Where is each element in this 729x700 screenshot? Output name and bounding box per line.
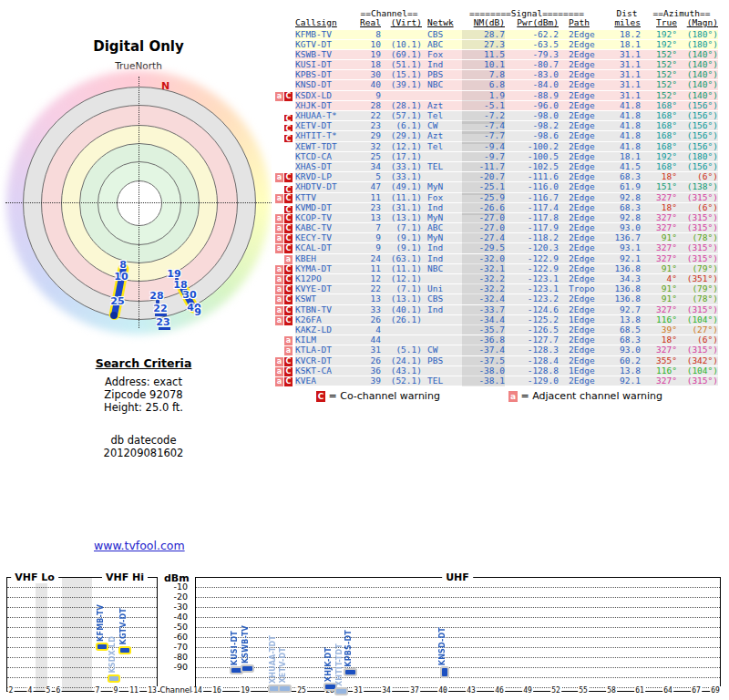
warning-badges: aC — [272, 243, 295, 253]
section-vhf-hi: VHF Hi — [102, 571, 148, 583]
co-channel-warning-badge: C — [284, 244, 293, 253]
cell-netwk: Fox — [422, 193, 462, 203]
cell-pwr: -116.7 — [505, 193, 559, 203]
cell-real: 18 — [357, 60, 381, 69]
cell-pwr: -88.9 — [505, 91, 559, 101]
co-channel-warning-badge: C — [284, 357, 293, 366]
cell-path: 2Edge — [559, 152, 595, 161]
y-tick: -80 — [160, 652, 188, 662]
x-tick: 46 — [494, 686, 505, 695]
cell-true: 168° — [641, 142, 677, 151]
x-tick: 16 — [211, 686, 222, 695]
col-nm: NM(dB) — [462, 18, 505, 27]
cell-nm: -37.5 — [462, 356, 505, 366]
y-tick: -20 — [160, 592, 188, 602]
cell-miles: 41.8 — [595, 101, 641, 110]
cell-magn: (315°) — [677, 376, 718, 386]
cell-callsign: KVCR-DT — [295, 356, 357, 366]
table-row: aKTLA-DT31(5.1)CW-37.4-128.32Edge93.0327… — [272, 345, 718, 355]
warning-badges: aC — [272, 305, 295, 315]
co-channel-warning-badge: C — [284, 92, 293, 101]
cell-path: 2Edge — [559, 142, 595, 151]
cell-real: 13 — [357, 294, 381, 304]
cell-true: 152° — [641, 91, 677, 101]
cell-path: 2Edge — [559, 40, 595, 49]
x-tick: 43 — [466, 686, 477, 695]
search-address: Address: exact — [55, 376, 232, 388]
cell-callsign: KSWT — [295, 294, 357, 304]
x-tick: 11 — [128, 686, 139, 695]
cell-pwr: -100.2 — [505, 142, 559, 151]
gridline — [196, 587, 720, 588]
gridline — [7, 607, 157, 608]
adjacent-channel-legend: a = Adjacent channel warning — [508, 390, 662, 402]
co-channel-warning-badge: C — [284, 194, 293, 203]
signal-bar — [270, 686, 280, 691]
warning-badges — [272, 101, 295, 110]
col-netwk: Netwk — [422, 18, 462, 27]
cell-pwr: -62.2 — [505, 30, 559, 39]
cell-magn: (140°) — [677, 60, 718, 69]
cell-netwk: PBS — [422, 70, 462, 79]
adjacent-warning-badge: a — [275, 244, 283, 253]
cell-real: 8 — [357, 30, 381, 39]
cell-true: 192° — [641, 40, 677, 49]
cell-magn: (78°) — [677, 294, 718, 304]
cell-real: 34 — [357, 162, 381, 171]
cell-true: 168° — [641, 162, 677, 171]
cell-netwk: TEL — [422, 162, 462, 171]
co-channel-warning-badge: C — [284, 285, 293, 294]
adjacent-warning-badge: a — [275, 194, 283, 203]
cell-real: 4 — [357, 325, 381, 335]
cell-callsign: KVEA — [295, 376, 357, 386]
cell-magn: (315°) — [677, 254, 718, 264]
station-label: KUSI-DT — [231, 631, 239, 665]
co-channel-legend-text: = Co-channel warning — [329, 390, 440, 402]
warning-badges — [272, 80, 295, 89]
cell-callsign: KFMB-TV — [295, 30, 357, 39]
cell-callsign: KNSD-DT — [295, 80, 357, 89]
cell-magn: (140°) — [677, 91, 718, 101]
cell-true: 152° — [641, 50, 677, 59]
cell-virt: (5.1) — [381, 345, 422, 355]
gridline — [196, 607, 720, 608]
cell-netwk: CBS — [422, 30, 462, 39]
cell-pwr: -83.0 — [505, 70, 559, 79]
table-row: aCKVEA39(52.1)TEL-38.1-129.02Edge92.1327… — [272, 376, 718, 386]
x-tick: 52 — [550, 686, 561, 695]
warning-badges: aC — [272, 223, 295, 233]
channel-marker-label: 9 — [194, 306, 201, 318]
warning-badges: aC — [272, 193, 295, 203]
cell-nm: -5.1 — [462, 101, 505, 110]
cell-nm: 6.8 — [462, 80, 505, 89]
cell-callsign: KUSI-DT — [295, 60, 357, 69]
cell-netwk: Fox — [422, 50, 462, 59]
cell-real: 31 — [357, 345, 381, 355]
cell-nm: 10.1 — [462, 60, 505, 69]
cell-virt: (39.1) — [381, 80, 422, 89]
warning-badges: a — [272, 345, 295, 355]
cell-magn: (342°) — [677, 356, 718, 366]
cell-magn: (315°) — [677, 243, 718, 253]
cell-path: 2Edge — [559, 325, 595, 335]
table-row: aCKCAL-DT9(9.1)Ind-29.5-120.32Edge93.132… — [272, 243, 718, 253]
cell-netwk: Ind — [422, 254, 462, 264]
col-path: Path — [559, 18, 595, 27]
cell-magn: (140°) — [677, 50, 718, 59]
station-label: KFMB-TV — [97, 604, 105, 642]
cell-path: 2Edge — [559, 376, 595, 386]
cell-callsign: KTLA-DT — [295, 345, 357, 355]
col-pwr: Pwr(dBm) — [505, 18, 559, 27]
y-tick: -40 — [160, 612, 188, 622]
cell-real: 10 — [357, 40, 381, 49]
co-channel-warning-badge: C — [284, 316, 293, 325]
cell-real: 28 — [357, 101, 381, 110]
tvfool-link[interactable]: www.tvfool.com — [94, 539, 185, 552]
warning-badges: aC — [272, 172, 295, 182]
cell-true: 152° — [641, 80, 677, 89]
warning-badges: aC — [272, 233, 295, 243]
adjacent-channel-legend-text: = Adjacent channel warning — [521, 390, 663, 402]
cell-path: 2Edge — [559, 30, 595, 39]
cell-real: 19 — [357, 50, 381, 59]
cell-path: 2Edge — [559, 70, 595, 79]
